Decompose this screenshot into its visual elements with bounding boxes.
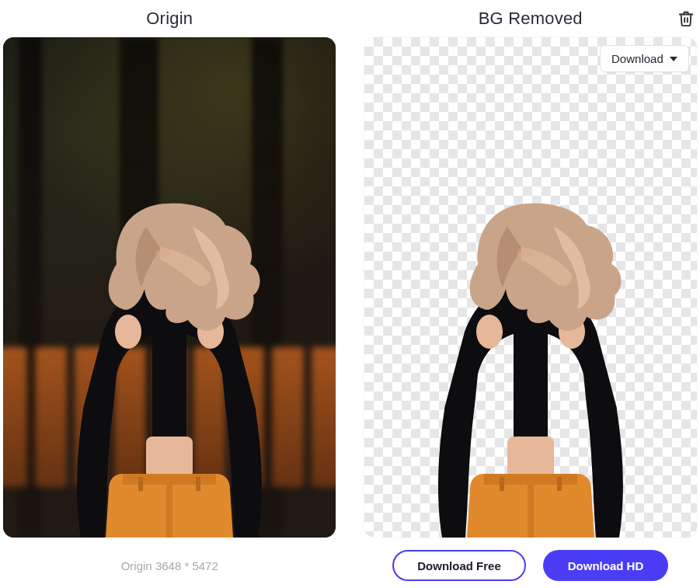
removed-footer: Download Free Download HD — [364, 545, 698, 586]
removed-person — [391, 172, 670, 538]
chevron-down-icon — [670, 57, 677, 61]
trash-icon — [677, 10, 695, 27]
download-free-button[interactable]: Download Free — [392, 550, 526, 581]
delete-button[interactable] — [675, 8, 697, 30]
removed-image-panel: Download — [364, 37, 697, 538]
origin-person — [30, 172, 309, 538]
origin-column: Origin Origin 3648 * 5472 — [3, 0, 336, 586]
origin-image-panel — [3, 37, 336, 538]
removed-title: BG Removed — [479, 9, 583, 29]
origin-dimensions: Origin 3648 * 5472 — [121, 559, 218, 572]
download-hd-button[interactable]: Download HD — [543, 550, 669, 581]
download-dropdown[interactable]: Download — [600, 45, 689, 72]
download-dropdown-label: Download — [611, 52, 663, 65]
origin-header: Origin — [3, 0, 336, 37]
removed-header: BG Removed — [364, 0, 698, 37]
removed-column: BG Removed Download Download Free Down — [364, 0, 698, 586]
origin-title: Origin — [146, 9, 193, 29]
origin-footer: Origin 3648 * 5472 — [3, 545, 336, 586]
